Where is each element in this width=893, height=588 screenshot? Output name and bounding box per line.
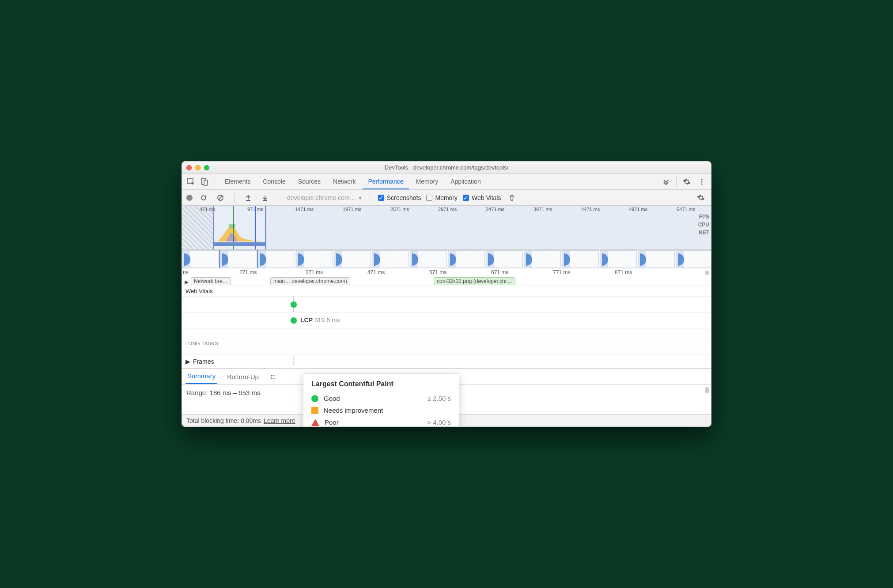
device-toggle-icon[interactable] [199,176,210,188]
lcp-label: LCP319.6 ms [300,317,340,324]
memory-checkbox[interactable]: Memory [426,194,458,201]
ruler-tick: 571 ms [429,269,446,275]
frames-label: Frames [193,358,214,365]
detail-ruler[interactable]: ns271 ms371 ms471 ms571 ms671 ms771 ms87… [182,268,711,277]
screenshot-thumbnail[interactable] [258,250,295,268]
network-strip[interactable]: ▶ Network bre… main… developer.chrome.co… [182,277,711,286]
overview-hidden-left [182,206,213,249]
expand-triangle-icon[interactable]: ▶ [185,358,190,365]
tab-console[interactable]: Console [257,174,291,189]
svg-point-5 [701,183,702,185]
network-item[interactable]: con-32x32.png (developer.chr… [434,277,515,285]
capture-settings-gear-icon[interactable] [695,192,707,204]
tooltip-poor-label: Poor [325,418,339,426]
horizontal-scrollbar[interactable] [705,271,709,275]
tab-application[interactable]: Application [445,174,486,189]
screenshot-thumbnail[interactable] [220,250,257,268]
screenshot-thumbnail[interactable] [562,250,599,268]
web-vitals-lcp-lane[interactable]: LCP319.6 ms [182,313,711,328]
learn-more-link[interactable]: Learn more [264,417,295,424]
screenshot-thumbnail[interactable] [410,250,447,268]
tooltip-poor-threshold: > 4.00 s [427,418,451,426]
lcp-tooltip: Largest Contentful Paint Good ≤ 2.50 s N… [303,373,459,427]
ruler-tick: 371 ms [306,269,323,275]
checkbox-checked-icon: ✓ [378,195,384,201]
chevron-down-icon: ▾ [359,194,362,201]
trash-icon[interactable] [506,192,518,204]
lcp-marker-icon[interactable] [291,302,297,308]
screenshot-thumbnail[interactable] [334,250,371,268]
checkbox-unchecked-icon [426,195,432,201]
svg-point-4 [701,181,702,182]
network-item[interactable]: main… developer.chrome.com) [270,277,350,285]
web-vitals-lane[interactable] [182,297,711,313]
svg-point-3 [701,179,702,180]
more-tabs-icon[interactable] [660,176,672,188]
ruler-tick: 271 ms [239,269,257,275]
network-item[interactable]: Network bre… [191,277,231,285]
clear-icon[interactable] [215,192,226,204]
screenshot-thumbnail[interactable] [182,250,219,268]
screenshot-thumbnail[interactable] [372,250,409,268]
tab-elements[interactable]: Elements [219,174,256,189]
overview-range-handle-left[interactable] [213,206,214,249]
screenshot-thumbnail[interactable] [448,250,485,268]
settings-gear-icon[interactable] [681,176,692,188]
good-circle-icon [311,395,318,402]
load-profile-icon[interactable] [242,192,254,204]
recording-selector[interactable]: developer.chrome.com… ▾ [287,194,362,201]
tooltip-good-threshold: ≤ 2.50 s [428,395,451,402]
poor-triangle-icon [311,419,319,426]
record-button[interactable] [186,195,193,201]
overview-pane[interactable]: 471 ms971 ms1471 ms1971 ms2571 ms2971 ms… [182,206,711,250]
tooltip-good-label: Good [324,395,340,402]
tab-call-tree-truncated[interactable]: C [269,369,277,384]
web-vitals-section-label: Web Vitals [182,286,711,297]
web-vitals-checkbox[interactable]: ✓ Web Vitals [463,194,501,201]
tab-bottom-up[interactable]: Bottom-Up [225,369,261,384]
devtools-window: DevTools - developer.chrome.com/tags/dev… [182,161,711,427]
tab-memory[interactable]: Memory [411,174,444,189]
separator [279,193,279,203]
frames-row[interactable]: ▶ Frames [182,354,711,369]
lcp-marker-icon[interactable] [291,317,297,324]
screenshot-thumbnail[interactable] [600,250,637,268]
window-title: DevTools - developer.chrome.com/tags/dev… [182,164,711,171]
checkbox-checked-icon: ✓ [463,195,469,201]
overview-range-handle-right[interactable] [265,206,266,249]
overview-hidden-right [266,206,711,249]
vertical-scrollbar[interactable] [705,387,709,393]
screenshot-thumbnail[interactable] [524,250,561,268]
tab-summary[interactable]: Summary [185,369,217,384]
save-profile-icon[interactable] [259,192,271,204]
tooltip-ni-label: Needs improvement [324,407,383,414]
separator [370,193,370,203]
kebab-menu-icon[interactable] [696,176,708,188]
tab-performance[interactable]: Performance [363,174,409,189]
long-tasks-lane[interactable] [182,348,711,354]
total-blocking-time: Total blocking time: 0.00ms [186,417,261,424]
ruler-tick: 871 ms [615,269,632,275]
separator [215,177,215,187]
screenshots-strip[interactable] [182,250,711,268]
main-tab-strip: Elements Console Sources Network Perform… [182,174,711,190]
screenshots-checkbox[interactable]: ✓ Screenshots [378,194,421,201]
screenshot-thumbnail[interactable] [486,250,523,268]
web-vitals-spacer [182,328,711,339]
screenshot-thumbnail[interactable] [296,250,333,268]
tab-sources[interactable]: Sources [293,174,326,189]
ruler-tick: 471 ms [367,269,385,275]
screenshot-thumbnail[interactable] [676,250,711,268]
svg-rect-2 [204,180,208,185]
separator [234,193,235,203]
titlebar: DevTools - developer.chrome.com/tags/dev… [182,162,711,174]
reload-record-icon[interactable] [198,192,209,204]
screenshot-thumbnail[interactable] [638,250,675,268]
expand-triangle-icon[interactable]: ▶ [185,279,189,285]
performance-content: 471 ms971 ms1471 ms1971 ms2571 ms2971 ms… [182,206,711,414]
tab-network[interactable]: Network [328,174,361,189]
separator [676,177,677,187]
ruler-tick: 771 ms [553,269,570,275]
needs-improvement-square-icon [311,407,318,414]
inspect-element-icon[interactable] [185,176,197,188]
